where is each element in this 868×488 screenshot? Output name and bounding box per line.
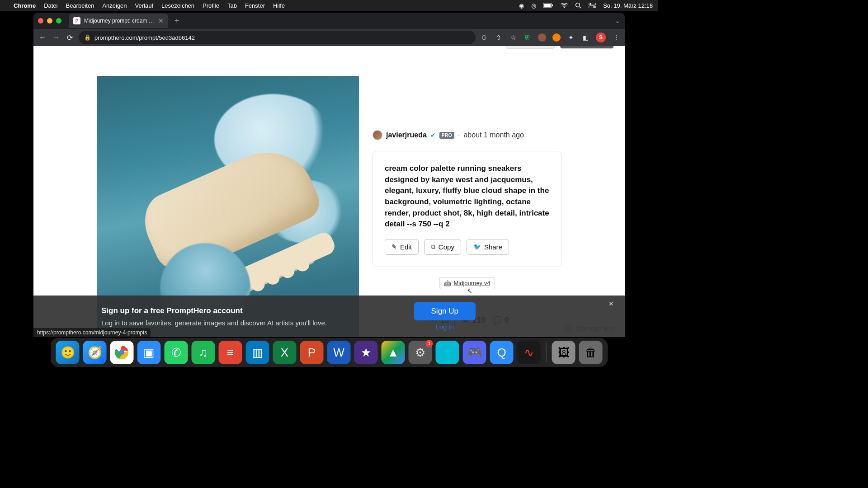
menu-lesezeichen[interactable]: Lesezeichen xyxy=(161,2,194,9)
share-button[interactable]: 🐦 Share xyxy=(467,239,509,255)
separator-dot: · xyxy=(458,131,460,139)
prompt-text: cream color palette running sneakers des… xyxy=(385,163,549,230)
edit-button[interactable]: ✎ Edit xyxy=(385,239,419,255)
dock-spotify[interactable]: ♫ xyxy=(192,341,215,364)
menu-datei[interactable]: Datei xyxy=(44,2,57,9)
login-link[interactable]: Log in xyxy=(435,323,454,331)
signup-banner-title: Sign up for a free PromptHero account xyxy=(101,306,414,315)
dock-trello[interactable]: ▥ xyxy=(246,341,269,364)
author-name-link[interactable]: javierjrueda xyxy=(386,131,427,139)
control-center-icon[interactable] xyxy=(589,3,596,8)
dock-todoist[interactable]: ≡ xyxy=(219,341,242,364)
svg-point-3 xyxy=(564,7,565,8)
wifi-icon[interactable] xyxy=(561,3,568,8)
share-label: Share xyxy=(484,243,502,251)
header-control-dark[interactable] xyxy=(560,46,614,49)
record-icon[interactable]: ◉ xyxy=(519,2,524,9)
copy-icon: ⧉ xyxy=(431,243,435,251)
dock-safari[interactable]: 🧭 xyxy=(83,341,107,364)
dock-app-teal[interactable] xyxy=(436,341,459,364)
menu-fenster[interactable]: Fenster xyxy=(245,2,265,9)
pencil-icon: ✎ xyxy=(392,243,397,250)
menu-profile[interactable]: Profile xyxy=(203,2,219,9)
chrome-window: P Midjourney prompt: cream col… ✕ + ⌄ ← … xyxy=(33,13,625,337)
menu-bearbeiten[interactable]: Bearbeiten xyxy=(66,2,94,9)
author-avatar[interactable] xyxy=(373,130,382,140)
dock-word[interactable]: W xyxy=(327,341,351,364)
dock-excel[interactable]: X xyxy=(273,341,297,364)
bookmark-star-icon[interactable]: ☆ xyxy=(509,33,517,42)
dock-settings[interactable]: ⚙ xyxy=(409,341,432,364)
address-bar[interactable]: 🔒 prompthero.com/prompt/5ed3adb6142 xyxy=(79,31,476,44)
header-control-light[interactable] xyxy=(505,46,555,49)
window-minimize-button[interactable] xyxy=(47,18,52,23)
menu-verlauf[interactable]: Verlauf xyxy=(135,2,153,9)
dock-gdrive[interactable]: ▲ xyxy=(382,341,405,364)
dock-zoom[interactable]: ▣ xyxy=(137,341,161,364)
dock-preview[interactable]: 🖼 xyxy=(552,341,576,364)
tab-favicon: P xyxy=(73,17,80,24)
tab-title: Midjourney prompt: cream col… xyxy=(84,18,155,24)
new-tab-button[interactable]: + xyxy=(172,16,182,26)
macos-dock: 🙂 🧭 ▣ ✆ ♫ ≡ ▥ X P W ★ ▲ ⚙ 🎮 Q ∿ 🖼 🗑 xyxy=(51,338,608,367)
signup-button[interactable]: Sign Up xyxy=(414,302,476,320)
dock-whatsapp[interactable]: ✆ xyxy=(165,341,188,364)
model-tag-link[interactable]: 🤖 Midjourney v4 ↖ xyxy=(439,277,495,289)
dock-separator xyxy=(546,343,547,362)
twitter-icon: 🐦 xyxy=(473,243,481,250)
chrome-toolbar: ← → ⟳ 🔒 prompthero.com/prompt/5ed3adb614… xyxy=(33,29,625,46)
chrome-menu-icon[interactable]: ⋮ xyxy=(612,33,620,42)
dock-quicktime[interactable]: Q xyxy=(490,341,514,364)
menubar-clock[interactable]: So. 19. März 12:18 xyxy=(603,2,653,9)
svg-rect-2 xyxy=(552,5,553,6)
window-maximize-button[interactable] xyxy=(56,18,61,23)
tab-overflow-icon[interactable]: ⌄ xyxy=(615,17,620,24)
window-close-button[interactable] xyxy=(38,18,43,23)
svg-point-4 xyxy=(576,3,580,7)
page-header-sliver xyxy=(33,46,625,53)
svg-point-9 xyxy=(593,6,595,8)
screen-record-icon[interactable]: ◎ xyxy=(531,2,536,9)
pro-badge: PRO xyxy=(439,132,454,139)
robot-icon: 🤖 xyxy=(444,280,451,286)
extension-shield-icon[interactable]: ⛨ xyxy=(524,33,532,42)
status-bar-url: https://prompthero.com/midjourney-4-prom… xyxy=(33,328,151,337)
extension-icon-1[interactable] xyxy=(538,33,546,42)
sidepanel-icon[interactable]: ◧ xyxy=(581,33,590,42)
post-timeago: about 1 month ago xyxy=(463,131,524,139)
forward-button[interactable]: → xyxy=(52,33,61,42)
dock-powerpoint[interactable]: P xyxy=(300,341,324,364)
prompt-card: cream color palette running sneakers des… xyxy=(373,151,561,267)
svg-rect-1 xyxy=(544,4,551,7)
extension-icon-2[interactable] xyxy=(552,33,561,42)
macos-menubar: Chrome Datei Bearbeiten Anzeigen Verlauf… xyxy=(0,0,658,11)
dock-discord[interactable]: 🎮 xyxy=(463,341,486,364)
active-app-name[interactable]: Chrome xyxy=(14,2,36,9)
cursor-pointer-icon: ↖ xyxy=(467,287,472,295)
edit-label: Edit xyxy=(400,243,412,251)
reload-button[interactable]: ⟳ xyxy=(65,33,74,42)
back-button[interactable]: ← xyxy=(38,33,47,42)
profile-avatar[interactable]: S xyxy=(596,33,606,42)
spotlight-icon[interactable] xyxy=(575,2,581,9)
dock-chrome[interactable] xyxy=(110,341,134,364)
battery-icon[interactable] xyxy=(543,3,553,8)
google-lens-icon[interactable]: G xyxy=(480,33,488,42)
dock-trash[interactable]: 🗑 xyxy=(579,341,603,364)
dock-imovie[interactable]: ★ xyxy=(354,341,378,364)
menu-hilfe[interactable]: Hilfe xyxy=(273,2,285,9)
share-page-icon[interactable]: ⇧ xyxy=(495,33,503,42)
svg-line-5 xyxy=(580,7,581,8)
dock-finder[interactable]: 🙂 xyxy=(56,341,80,364)
dock-voice-memos[interactable]: ∿ xyxy=(517,341,541,364)
author-row: javierjrueda ✔︎ PRO · about 1 month ago xyxy=(373,130,561,140)
copy-button[interactable]: ⧉ Copy xyxy=(424,239,461,255)
extensions-puzzle-icon[interactable]: ✦ xyxy=(567,33,575,42)
browser-tab[interactable]: P Midjourney prompt: cream col… ✕ xyxy=(69,14,168,28)
banner-close-icon[interactable]: ✕ xyxy=(609,300,614,307)
menu-tab[interactable]: Tab xyxy=(227,2,237,9)
model-label: Midjourney v4 xyxy=(454,280,491,286)
menu-anzeigen[interactable]: Anzeigen xyxy=(102,2,127,9)
tab-close-icon[interactable]: ✕ xyxy=(158,17,164,24)
signup-banner-subtitle: Log in to save favorites, generate image… xyxy=(101,319,414,327)
